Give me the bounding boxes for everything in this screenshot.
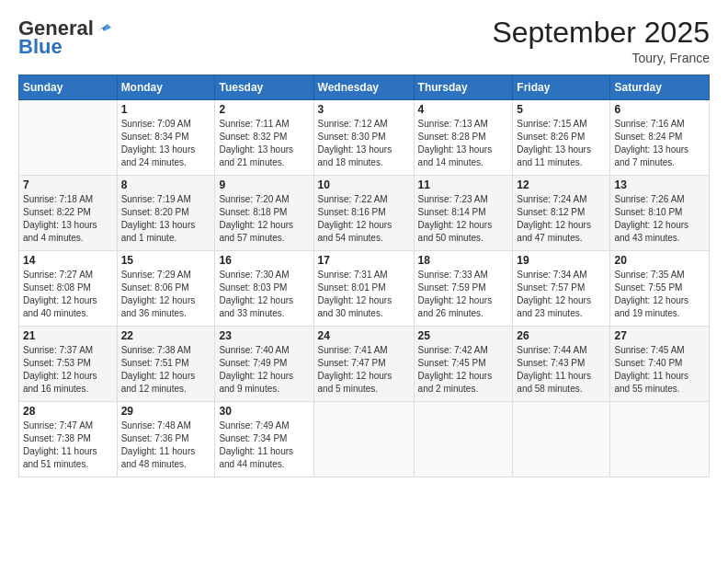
calendar-day-cell: 22Sunrise: 7:38 AMSunset: 7:51 PMDayligh… [117, 327, 215, 402]
day-info: Sunrise: 7:15 AMSunset: 8:26 PMDaylight:… [517, 118, 606, 169]
col-wednesday: Wednesday [313, 75, 414, 100]
day-number: 19 [517, 254, 606, 267]
day-number: 10 [318, 178, 410, 191]
day-number: 17 [318, 254, 410, 267]
calendar-day-cell: 10Sunrise: 7:22 AMSunset: 8:16 PMDayligh… [313, 176, 414, 251]
day-info: Sunrise: 7:26 AMSunset: 8:10 PMDaylight:… [614, 193, 705, 245]
day-info: Sunrise: 7:13 AMSunset: 8:28 PMDaylight:… [418, 118, 509, 169]
calendar-day-cell [19, 100, 118, 176]
col-friday: Friday [513, 75, 610, 100]
calendar-day-cell: 23Sunrise: 7:40 AMSunset: 7:49 PMDayligh… [215, 327, 313, 402]
day-info: Sunrise: 7:40 AMSunset: 7:49 PMDaylight:… [219, 344, 309, 396]
day-number: 5 [517, 103, 606, 116]
day-info: Sunrise: 7:35 AMSunset: 7:55 PMDaylight:… [614, 269, 705, 320]
calendar-day-cell: 8Sunrise: 7:19 AMSunset: 8:20 PMDaylight… [117, 176, 215, 251]
calendar-day-cell: 5Sunrise: 7:15 AMSunset: 8:26 PMDaylight… [513, 100, 610, 176]
day-number: 20 [614, 254, 705, 267]
day-info: Sunrise: 7:45 AMSunset: 7:40 PMDaylight:… [614, 344, 705, 396]
calendar-day-cell: 17Sunrise: 7:31 AMSunset: 8:01 PMDayligh… [313, 251, 414, 327]
calendar-day-cell: 29Sunrise: 7:48 AMSunset: 7:36 PMDayligh… [117, 402, 215, 477]
calendar-day-cell: 21Sunrise: 7:37 AMSunset: 7:53 PMDayligh… [19, 327, 118, 402]
calendar-table: Sunday Monday Tuesday Wednesday Thursday… [18, 75, 710, 477]
calendar-week-row: 1Sunrise: 7:09 AMSunset: 8:34 PMDaylight… [19, 100, 710, 176]
col-thursday: Thursday [414, 75, 513, 100]
day-info: Sunrise: 7:33 AMSunset: 7:59 PMDaylight:… [418, 269, 509, 320]
day-number: 6 [614, 103, 705, 116]
calendar-header-row: Sunday Monday Tuesday Wednesday Thursday… [19, 75, 710, 100]
logo: General Blue [18, 17, 111, 59]
header: General Blue September 2025 Toury, Franc… [18, 17, 710, 65]
day-info: Sunrise: 7:23 AMSunset: 8:14 PMDaylight:… [418, 193, 509, 245]
day-number: 26 [517, 329, 606, 342]
calendar-day-cell: 27Sunrise: 7:45 AMSunset: 7:40 PMDayligh… [610, 327, 710, 402]
calendar-week-row: 7Sunrise: 7:18 AMSunset: 8:22 PMDaylight… [19, 176, 710, 251]
day-info: Sunrise: 7:37 AMSunset: 7:53 PMDaylight:… [23, 344, 113, 396]
subtitle: Toury, France [492, 51, 710, 65]
logo-bird-icon [95, 18, 111, 35]
calendar-day-cell: 11Sunrise: 7:23 AMSunset: 8:14 PMDayligh… [414, 176, 513, 251]
calendar-day-cell [610, 402, 710, 477]
calendar-day-cell: 28Sunrise: 7:47 AMSunset: 7:38 PMDayligh… [19, 402, 118, 477]
calendar-day-cell: 9Sunrise: 7:20 AMSunset: 8:18 PMDaylight… [215, 176, 313, 251]
day-number: 7 [23, 178, 113, 191]
day-info: Sunrise: 7:27 AMSunset: 8:08 PMDaylight:… [23, 269, 113, 320]
day-info: Sunrise: 7:42 AMSunset: 7:45 PMDaylight:… [418, 344, 509, 396]
calendar-day-cell [313, 402, 414, 477]
day-number: 18 [418, 254, 509, 267]
calendar-day-cell: 26Sunrise: 7:44 AMSunset: 7:43 PMDayligh… [513, 327, 610, 402]
calendar-day-cell: 1Sunrise: 7:09 AMSunset: 8:34 PMDaylight… [117, 100, 215, 176]
day-number: 8 [121, 178, 211, 191]
day-number: 16 [219, 254, 309, 267]
day-number: 9 [219, 178, 309, 191]
day-number: 27 [614, 329, 705, 342]
day-info: Sunrise: 7:38 AMSunset: 7:51 PMDaylight:… [121, 344, 211, 396]
calendar-day-cell: 14Sunrise: 7:27 AMSunset: 8:08 PMDayligh… [19, 251, 118, 327]
day-number: 21 [23, 329, 113, 342]
calendar-day-cell: 25Sunrise: 7:42 AMSunset: 7:45 PMDayligh… [414, 327, 513, 402]
calendar-day-cell: 30Sunrise: 7:49 AMSunset: 7:34 PMDayligh… [215, 402, 313, 477]
day-info: Sunrise: 7:44 AMSunset: 7:43 PMDaylight:… [517, 344, 606, 396]
col-monday: Monday [117, 75, 215, 100]
day-info: Sunrise: 7:29 AMSunset: 8:06 PMDaylight:… [121, 269, 211, 320]
page: General Blue September 2025 Toury, Franc… [0, 0, 728, 563]
logo-blue-text: Blue [18, 35, 63, 59]
day-number: 11 [418, 178, 509, 191]
day-info: Sunrise: 7:34 AMSunset: 7:57 PMDaylight:… [517, 269, 606, 320]
day-number: 3 [318, 103, 410, 116]
calendar-day-cell: 3Sunrise: 7:12 AMSunset: 8:30 PMDaylight… [313, 100, 414, 176]
day-info: Sunrise: 7:49 AMSunset: 7:34 PMDaylight:… [219, 419, 309, 471]
calendar-day-cell: 24Sunrise: 7:41 AMSunset: 7:47 PMDayligh… [313, 327, 414, 402]
day-info: Sunrise: 7:09 AMSunset: 8:34 PMDaylight:… [121, 118, 211, 169]
day-number: 2 [219, 103, 309, 116]
day-info: Sunrise: 7:19 AMSunset: 8:20 PMDaylight:… [121, 193, 211, 245]
calendar-day-cell: 7Sunrise: 7:18 AMSunset: 8:22 PMDaylight… [19, 176, 118, 251]
day-info: Sunrise: 7:41 AMSunset: 7:47 PMDaylight:… [318, 344, 410, 396]
day-number: 23 [219, 329, 309, 342]
day-info: Sunrise: 7:24 AMSunset: 8:12 PMDaylight:… [517, 193, 606, 245]
day-info: Sunrise: 7:18 AMSunset: 8:22 PMDaylight:… [23, 193, 113, 245]
day-info: Sunrise: 7:47 AMSunset: 7:38 PMDaylight:… [23, 419, 113, 471]
day-number: 14 [23, 254, 113, 267]
day-number: 24 [318, 329, 410, 342]
day-number: 22 [121, 329, 211, 342]
calendar-day-cell: 19Sunrise: 7:34 AMSunset: 7:57 PMDayligh… [513, 251, 610, 327]
day-number: 30 [219, 405, 309, 418]
col-sunday: Sunday [19, 75, 118, 100]
title-block: September 2025 Toury, France [492, 17, 710, 65]
day-info: Sunrise: 7:16 AMSunset: 8:24 PMDaylight:… [614, 118, 705, 169]
day-info: Sunrise: 7:22 AMSunset: 8:16 PMDaylight:… [318, 193, 410, 245]
calendar-day-cell: 2Sunrise: 7:11 AMSunset: 8:32 PMDaylight… [215, 100, 313, 176]
day-info: Sunrise: 7:20 AMSunset: 8:18 PMDaylight:… [219, 193, 309, 245]
day-number: 15 [121, 254, 211, 267]
calendar-week-row: 28Sunrise: 7:47 AMSunset: 7:38 PMDayligh… [19, 402, 710, 477]
calendar-day-cell: 4Sunrise: 7:13 AMSunset: 8:28 PMDaylight… [414, 100, 513, 176]
day-info: Sunrise: 7:30 AMSunset: 8:03 PMDaylight:… [219, 269, 309, 320]
day-number: 4 [418, 103, 509, 116]
day-info: Sunrise: 7:31 AMSunset: 8:01 PMDaylight:… [318, 269, 410, 320]
day-info: Sunrise: 7:12 AMSunset: 8:30 PMDaylight:… [318, 118, 410, 169]
calendar-day-cell: 20Sunrise: 7:35 AMSunset: 7:55 PMDayligh… [610, 251, 710, 327]
day-number: 1 [121, 103, 211, 116]
main-title: September 2025 [492, 17, 710, 49]
calendar-day-cell: 16Sunrise: 7:30 AMSunset: 8:03 PMDayligh… [215, 251, 313, 327]
calendar-day-cell: 12Sunrise: 7:24 AMSunset: 8:12 PMDayligh… [513, 176, 610, 251]
